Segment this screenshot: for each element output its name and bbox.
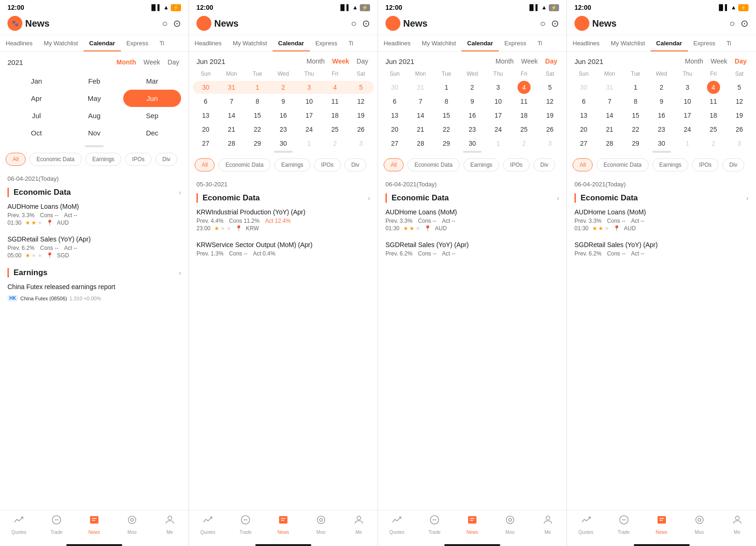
cal-16-2[interactable]: 16 bbox=[270, 109, 296, 122]
nav-moo-4[interactable]: Moo bbox=[688, 514, 711, 535]
nav-quotes-3[interactable]: Quotes bbox=[385, 514, 408, 535]
tab-ti-4[interactable]: Ti bbox=[721, 35, 737, 51]
cal-5-4[interactable]: 5 bbox=[726, 81, 752, 94]
chip-earn-1[interactable]: Earnings bbox=[85, 153, 121, 166]
month-mar[interactable]: Mar bbox=[123, 72, 181, 90]
chip-econ-1[interactable]: Economic Data bbox=[29, 153, 81, 166]
cal-3b-4[interactable]: 3 bbox=[726, 137, 752, 150]
econ-chevron-3[interactable]: › bbox=[557, 194, 559, 202]
tab-watchlist-3[interactable]: My Watchlist bbox=[416, 35, 462, 51]
cal-10-2[interactable]: 10 bbox=[296, 95, 322, 108]
cal-8-4[interactable]: 8 bbox=[623, 95, 649, 108]
econ-chevron-1[interactable]: › bbox=[179, 189, 181, 196]
cal-2-4[interactable]: 2 bbox=[649, 81, 675, 94]
cal-24-3[interactable]: 24 bbox=[485, 123, 511, 136]
cal-27-3[interactable]: 27 bbox=[382, 137, 407, 150]
cal-8-2[interactable]: 8 bbox=[245, 95, 270, 108]
cal-26-2[interactable]: 26 bbox=[348, 123, 374, 136]
cal-cell-4a-2[interactable]: 4 bbox=[322, 81, 348, 94]
cal-24-4[interactable]: 24 bbox=[674, 123, 700, 136]
cal-4-3-container[interactable]: 4 bbox=[511, 81, 537, 94]
tab-headlines-3[interactable]: Headlines bbox=[378, 35, 416, 51]
month-jun[interactable]: Jun bbox=[123, 90, 181, 107]
month-sep[interactable]: Sep bbox=[123, 107, 181, 124]
month-dec[interactable]: Dec bbox=[123, 124, 181, 142]
cal-1-4[interactable]: 1 bbox=[623, 81, 649, 94]
nav-me-4[interactable]: Me bbox=[726, 514, 749, 535]
cal-15-2[interactable]: 15 bbox=[245, 109, 270, 122]
cal-11-3[interactable]: 11 bbox=[511, 95, 537, 108]
chip-ipo-2[interactable]: IPOs bbox=[314, 158, 341, 171]
cal-22-3[interactable]: 22 bbox=[434, 123, 459, 136]
cal-8-3[interactable]: 8 bbox=[434, 95, 459, 108]
cal-22-4[interactable]: 22 bbox=[623, 123, 649, 136]
nav-quotes-4[interactable]: Quotes bbox=[574, 514, 598, 535]
cal-19-3[interactable]: 19 bbox=[537, 109, 563, 122]
cal-1-3[interactable]: 1 bbox=[434, 81, 459, 94]
month-may[interactable]: May bbox=[65, 90, 123, 107]
nav-trade-1[interactable]: Trade bbox=[45, 514, 68, 535]
search-icon-4[interactable]: ○ bbox=[729, 18, 735, 29]
cal-23-4[interactable]: 23 bbox=[649, 123, 675, 136]
cal-28-2[interactable]: 28 bbox=[218, 137, 244, 150]
cal-12-4[interactable]: 12 bbox=[726, 95, 752, 108]
tab-express-4[interactable]: Express bbox=[688, 35, 721, 51]
cal-1b-3[interactable]: 1 bbox=[485, 137, 511, 150]
cal-30b-4[interactable]: 30 bbox=[649, 137, 675, 150]
view-btn-day-2[interactable]: Day bbox=[355, 57, 370, 66]
chip-ipo-3[interactable]: IPOs bbox=[503, 158, 530, 171]
tab-calendar-1[interactable]: Calendar bbox=[84, 35, 121, 51]
cal-28-3[interactable]: 28 bbox=[407, 137, 433, 150]
cal-4-4-container[interactable]: 4 bbox=[700, 81, 727, 94]
nav-trade-4[interactable]: Trade bbox=[612, 514, 636, 535]
tab-headlines-2[interactable]: Headlines bbox=[189, 35, 227, 51]
cal-20-2[interactable]: 20 bbox=[193, 123, 218, 136]
cal-19-4[interactable]: 19 bbox=[726, 109, 752, 122]
nav-quotes-1[interactable]: Quotes bbox=[7, 514, 30, 535]
cal-20-3[interactable]: 20 bbox=[382, 123, 407, 136]
chip-econ-2[interactable]: Economic Data bbox=[218, 158, 270, 171]
nav-news-2[interactable]: News bbox=[272, 514, 295, 535]
cal-7-3[interactable]: 7 bbox=[407, 95, 433, 108]
cal-26-3[interactable]: 26 bbox=[537, 123, 563, 136]
earn-chevron-1[interactable]: › bbox=[179, 269, 181, 277]
view-btn-month-4[interactable]: Month bbox=[683, 57, 705, 66]
nav-quotes-2[interactable]: Quotes bbox=[196, 514, 219, 535]
chip-econ-3[interactable]: Economic Data bbox=[407, 158, 459, 171]
month-aug[interactable]: Aug bbox=[65, 107, 123, 124]
nav-me-1[interactable]: Me bbox=[158, 514, 182, 535]
chip-div-1[interactable]: Div bbox=[155, 153, 177, 166]
cal-23-3[interactable]: 23 bbox=[459, 123, 485, 136]
tab-ti-1[interactable]: Ti bbox=[154, 35, 170, 51]
nav-me-3[interactable]: Me bbox=[536, 514, 560, 535]
cal-2b-2[interactable]: 2 bbox=[322, 137, 348, 150]
chip-div-3[interactable]: Div bbox=[533, 158, 555, 171]
cal-9-4[interactable]: 9 bbox=[649, 95, 675, 108]
cal-24-2[interactable]: 24 bbox=[296, 123, 322, 136]
cal-12-3[interactable]: 12 bbox=[537, 95, 563, 108]
cal-3b-3[interactable]: 3 bbox=[537, 137, 563, 150]
view-btn-day-4[interactable]: Day bbox=[733, 57, 749, 66]
month-jul[interactable]: Jul bbox=[7, 107, 65, 124]
cal-2-3[interactable]: 2 bbox=[459, 81, 485, 94]
cal-29-2[interactable]: 29 bbox=[245, 137, 270, 150]
cal-6-2[interactable]: 6 bbox=[193, 95, 218, 108]
nav-me-2[interactable]: Me bbox=[347, 514, 371, 535]
nav-news-1[interactable]: News bbox=[83, 514, 106, 535]
tab-calendar-2[interactable]: Calendar bbox=[273, 35, 310, 51]
tab-watchlist-1[interactable]: My Watchlist bbox=[38, 35, 84, 51]
cal-2b-4[interactable]: 2 bbox=[700, 137, 727, 150]
more-icon-3[interactable]: ⊙ bbox=[551, 18, 559, 29]
tab-watchlist-2[interactable]: My Watchlist bbox=[227, 35, 273, 51]
tab-ti-2[interactable]: Ti bbox=[343, 35, 359, 51]
view-btn-week-4[interactable]: Week bbox=[709, 57, 729, 66]
cal-9-2[interactable]: 9 bbox=[270, 95, 296, 108]
cal-31-3[interactable]: 31 bbox=[407, 81, 433, 94]
cal-12-2[interactable]: 12 bbox=[348, 95, 374, 108]
chip-econ-4[interactable]: Economic Data bbox=[596, 158, 648, 171]
cal-20-4[interactable]: 20 bbox=[571, 123, 597, 136]
cal-17-4[interactable]: 17 bbox=[674, 109, 700, 122]
tab-ti-3[interactable]: Ti bbox=[532, 35, 548, 51]
cal-6-3[interactable]: 6 bbox=[382, 95, 407, 108]
view-btn-day-1[interactable]: Day bbox=[166, 57, 181, 67]
